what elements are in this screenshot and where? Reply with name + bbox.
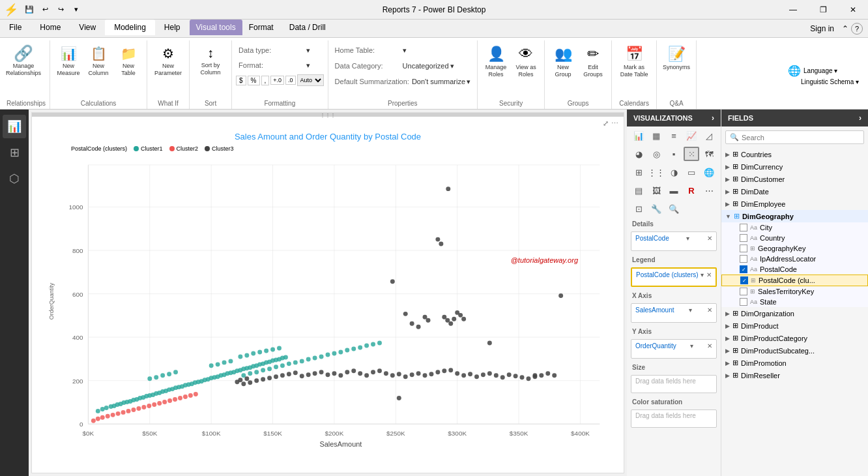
new-parameter-button[interactable]: ⚙ NewParameter	[151, 43, 185, 95]
checkbox-city[interactable]	[740, 224, 747, 231]
viz-icon-shape[interactable]: ▬	[666, 183, 682, 198]
field-group-dimproductcategory[interactable]: ▶ ⊞ DimProductCategory	[721, 332, 868, 344]
field-item-postalcode[interactable]: ✓ Aa PostalCode	[721, 264, 868, 275]
viz-icon-clustered-bar[interactable]: ≡	[666, 128, 682, 143]
viz-icon-paint[interactable]: 🔧	[648, 201, 664, 216]
data-category-row[interactable]: Data Category: Uncategorized ▾	[332, 59, 457, 73]
details-dropdown-btn[interactable]: ▾	[686, 235, 689, 242]
color-saturation-well[interactable]: Drag data fields here	[631, 409, 717, 428]
minimize-button[interactable]: —	[778, 0, 808, 20]
fields-collapse-arrow[interactable]: ›	[859, 113, 861, 123]
synonyms-button[interactable]: 📝 Synonyms	[661, 43, 692, 95]
y-axis-dropdown-btn[interactable]: ▾	[690, 342, 693, 350]
details-remove-btn[interactable]: ✕	[707, 235, 712, 242]
dec-decrease-btn[interactable]: .0	[285, 76, 296, 85]
details-well[interactable]: PostalCode ▾ ✕	[631, 231, 717, 251]
field-item-ipaddresslocator[interactable]: Aa IpAddressLocator	[721, 254, 868, 264]
viz-icon-treemap[interactable]: ▪	[666, 147, 682, 161]
viz-icon-scatter[interactable]: ⁙	[684, 147, 699, 161]
linguistic-schema-row[interactable]: Linguistic Schema ▾	[785, 78, 861, 85]
field-group-dimreseller[interactable]: ▶ ⊞ DimReseller	[721, 369, 868, 381]
field-group-dimorganization[interactable]: ▶ ⊞ DimOrganization	[721, 307, 868, 320]
manage-relationships-button[interactable]: 🔗 ManageRelationships	[7, 43, 40, 95]
tab-format-sub[interactable]: Format	[242, 20, 280, 35]
format-row[interactable]: Format: ▾	[236, 58, 313, 72]
tab-help[interactable]: Help	[155, 20, 190, 35]
sidebar-model-icon[interactable]: ⬡	[3, 167, 26, 190]
new-table-button[interactable]: 📁 NewTable	[114, 43, 143, 95]
comma-btn[interactable]: ,	[261, 76, 270, 85]
tab-format[interactable]: Visual tools	[190, 20, 242, 35]
x-axis-remove-btn[interactable]: ✕	[707, 306, 712, 314]
search-box[interactable]: 🔍	[725, 130, 864, 144]
field-group-dimgeography[interactable]: ▼ ⊞ DimGeography	[721, 210, 868, 222]
tab-file[interactable]: File	[0, 20, 31, 35]
field-item-country[interactable]: Aa Country	[721, 233, 868, 243]
field-item-city[interactable]: Aa City	[721, 222, 868, 233]
field-group-dimcustomer[interactable]: ▶ ⊞ DimCustomer	[721, 173, 868, 185]
edit-groups-button[interactable]: ✏ EditGroups	[579, 43, 607, 95]
tab-data-drill[interactable]: Data / Drill	[280, 20, 335, 35]
currency-btn[interactable]: $	[236, 76, 246, 85]
tab-modeling[interactable]: Modeling	[105, 20, 155, 35]
x-axis-dropdown-btn[interactable]: ▾	[689, 306, 692, 314]
field-group-dimproductsubcateg[interactable]: ▶ ⊞ DimProductSubcateg...	[721, 344, 868, 357]
checkbox-postalcode[interactable]: ✓	[740, 265, 747, 273]
data-type-row[interactable]: Data type: ▾	[236, 43, 313, 57]
auto-select[interactable]: Auto	[297, 74, 324, 86]
checkbox-postalcode-clusters[interactable]: ✓	[740, 276, 748, 284]
viz-icon-donut[interactable]: ◎	[648, 147, 664, 161]
quick-access-dropdown[interactable]: ▾	[69, 3, 83, 17]
x-axis-well[interactable]: SalesAmount ▾ ✕	[631, 303, 717, 323]
close-button[interactable]: ✕	[838, 0, 868, 20]
field-group-dimemployee[interactable]: ▶ ⊞ DimEmployee	[721, 198, 868, 210]
sidebar-data-icon[interactable]: ⊞	[3, 141, 26, 164]
viz-icon-more[interactable]: ⋯	[701, 183, 717, 198]
sidebar-report-icon[interactable]: 📊	[3, 115, 26, 138]
ribbon-collapse-arrow[interactable]: ⌃	[839, 23, 851, 35]
visualizations-collapse-arrow[interactable]: ›	[712, 113, 714, 123]
checkbox-geographykey[interactable]	[740, 245, 747, 252]
field-item-state[interactable]: Aa State	[721, 297, 868, 307]
viz-icon-r[interactable]: R	[684, 183, 699, 198]
checkbox-country[interactable]	[740, 234, 747, 242]
y-axis-well[interactable]: OrderQuantity ▾ ✕	[631, 339, 717, 359]
y-axis-remove-btn[interactable]: ✕	[707, 342, 712, 350]
chart-expand-icon[interactable]: ⤢	[603, 119, 609, 128]
viz-icon-line[interactable]: 📈	[684, 128, 699, 143]
default-summarization-row[interactable]: Default Summarization: Don't summarize ▾	[332, 74, 474, 89]
viz-icon-map[interactable]: 🗺	[701, 147, 717, 161]
checkbox-ipaddresslocator[interactable]	[740, 255, 747, 263]
legend-well[interactable]: PostalCode (clusters) ▾ ✕	[631, 267, 717, 287]
mark-as-date-table-button[interactable]: 📅 Mark asDate Table	[616, 43, 652, 95]
viz-icon-globe[interactable]: 🌐	[701, 165, 717, 179]
viz-icon-table[interactable]: ⊞	[631, 165, 646, 179]
home-table-row[interactable]: Home Table: ▾	[332, 43, 409, 57]
field-group-dimcurrency[interactable]: ▶ ⊞ DimCurrency	[721, 160, 868, 173]
maximize-button[interactable]: ❐	[808, 0, 838, 20]
viz-icon-stacked-bar[interactable]: ▦	[648, 128, 664, 143]
viz-icon-area[interactable]: ◿	[701, 128, 717, 143]
sort-by-column-button[interactable]: ↕ Sort byColumn	[194, 43, 227, 95]
field-group-dimpromotion[interactable]: ▶ ⊞ DimPromotion	[721, 357, 868, 369]
new-column-button[interactable]: 📋 NewColumn	[84, 43, 113, 95]
viz-icon-matrix[interactable]: ⋮⋮	[648, 165, 664, 179]
view-as-roles-button[interactable]: 👁 View asRoles	[512, 43, 540, 95]
legend-dropdown-btn[interactable]: ▾	[701, 271, 704, 278]
viz-icon-gauge[interactable]: ◑	[666, 165, 682, 179]
viz-icon-grid[interactable]: ⊡	[631, 201, 646, 216]
save-button[interactable]: 💾	[22, 3, 36, 17]
new-group-button[interactable]: 👥 NewGroup	[549, 43, 577, 95]
viz-icon-filter[interactable]: 🔍	[666, 201, 682, 216]
tab-home[interactable]: Home	[31, 20, 70, 35]
field-item-geographykey[interactable]: ⊞ GeographyKey	[721, 243, 868, 254]
viz-icon-pie[interactable]: ◕	[631, 147, 646, 161]
field-group-countries[interactable]: ▶ ⊞ Countries	[721, 148, 868, 160]
tab-view[interactable]: View	[70, 20, 105, 35]
manage-roles-button[interactable]: 👤 ManageRoles	[482, 43, 510, 95]
checkbox-state[interactable]	[740, 298, 747, 306]
search-input[interactable]	[742, 134, 860, 141]
field-item-salesterritorykey[interactable]: ⊞ SalesTerritoryKey	[721, 286, 868, 297]
sign-in-button[interactable]: Sign in	[805, 23, 839, 35]
legend-remove-btn[interactable]: ✕	[706, 271, 712, 278]
